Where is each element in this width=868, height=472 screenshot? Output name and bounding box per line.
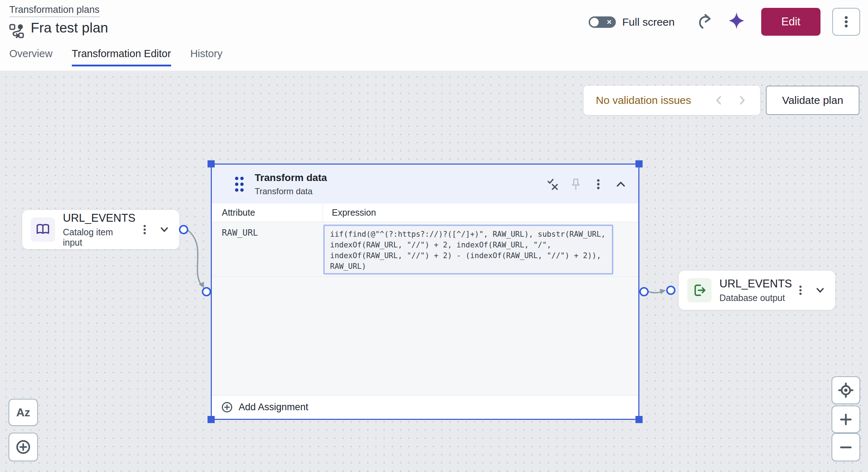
drag-handle-icon[interactable] [232,174,247,194]
add-assignment-label: Add Assignment [239,402,308,413]
zoom-out-minus-icon [838,440,854,455]
auto-arrange-button[interactable]: Az [9,399,38,426]
catalog-input-iconbox [31,217,55,242]
tab-bar: Overview Transformation Editor History [9,48,223,66]
tab-overview[interactable]: Overview [9,48,53,66]
flow-canvas[interactable]: No validation issues Validate plan URL_E… [0,71,868,472]
transform-node-kebab-icon[interactable] [592,178,605,191]
transform-node-output-port[interactable] [639,287,649,296]
collapse-chevron-up-icon[interactable] [614,177,628,191]
fullscreen-toggle[interactable]: ✕ [589,16,616,28]
zoom-in-plus-icon [838,412,854,427]
column-divider [323,204,323,222]
zoom-out-button[interactable] [832,433,860,461]
locate-crosshair-icon [838,382,854,398]
add-node-button[interactable] [9,433,38,461]
output-node-title: URL_EVENTS [719,277,787,290]
auto-arrange-label: Az [16,406,30,419]
fullscreen-label: Full screen [622,16,675,28]
validation-status-text: No validation issues [596,94,691,106]
add-node-plus-circle-icon [15,439,31,455]
assignment-expression-editor[interactable]: iif(find(@"^(?:https?://)?([^/]+)", RAW_… [323,225,613,275]
transform-node-body [212,277,638,395]
transform-node-title: Transform data [255,172,327,184]
transform-node-header: Transform data Transform data [212,165,638,204]
add-assignment-button[interactable]: Add Assignment [212,395,638,419]
validate-plan-button[interactable]: Validate plan [766,86,859,115]
resize-handle-bottom-right[interactable] [635,416,643,423]
database-output-iconbox [687,278,712,302]
column-header-attribute: Attribute [212,207,255,218]
tab-history[interactable]: History [190,48,223,66]
assignment-row[interactable]: RAW_URL iif(find(@"^(?:https?://)?([^/]+… [212,222,638,277]
validation-status-pill: No validation issues [584,86,760,115]
assignment-table-header: Attribute Expression [212,204,638,222]
breadcrumb[interactable]: Transformation plans [9,4,100,17]
page-title: Fra test plan [31,20,108,36]
assignment-attribute: RAW_URL [222,228,258,238]
transform-node-subtitle: Transform data [255,186,327,196]
toggle-off-x-icon: ✕ [607,18,612,26]
kebab-icon [839,15,853,29]
validation-check-x-icon[interactable] [546,177,560,191]
previous-issue-chevron-left-icon[interactable] [713,94,725,106]
input-node-output-port[interactable] [179,225,188,234]
input-node-card[interactable]: URL_EVENTS Catalog item input [22,210,179,249]
edit-button[interactable]: Edit [761,8,820,36]
plus-circle-icon [221,401,233,413]
output-node-chevron-down-icon[interactable] [814,284,827,297]
zoom-in-button[interactable] [832,406,860,433]
more-actions-button[interactable] [832,8,860,36]
transformation-plan-icon [9,23,24,39]
output-node-kebab-icon[interactable] [794,284,807,296]
column-header-expression: Expression [332,207,376,218]
ai-sparkle-icon[interactable] [727,11,746,30]
resize-handle-top-right[interactable] [635,160,643,167]
open-book-icon [35,222,50,237]
output-node-subtitle: Database output [719,293,787,303]
next-issue-chevron-right-icon[interactable] [736,94,748,106]
output-node-card[interactable]: URL_EVENTS Database output [679,271,835,310]
pin-icon[interactable] [569,177,583,191]
transform-node[interactable]: Transform data Transform data [211,164,639,420]
transform-node-input-port[interactable] [202,287,211,296]
input-node-subtitle: Catalog item input [63,227,131,248]
input-node-kebab-icon[interactable] [139,224,151,236]
share-icon[interactable] [696,13,713,30]
input-node-title: URL_EVENTS [63,212,131,225]
tab-transformation-editor[interactable]: Transformation Editor [72,48,171,66]
center-view-button[interactable] [832,376,860,404]
toggle-knob [590,18,599,26]
output-node-input-port[interactable] [666,286,675,295]
input-node-chevron-down-icon[interactable] [158,223,171,236]
export-icon [692,283,707,298]
resize-handle-top-left[interactable] [208,160,215,167]
resize-handle-bottom-left[interactable] [208,416,215,423]
app-header: Transformation plans Fra test plan Overv… [0,0,868,71]
